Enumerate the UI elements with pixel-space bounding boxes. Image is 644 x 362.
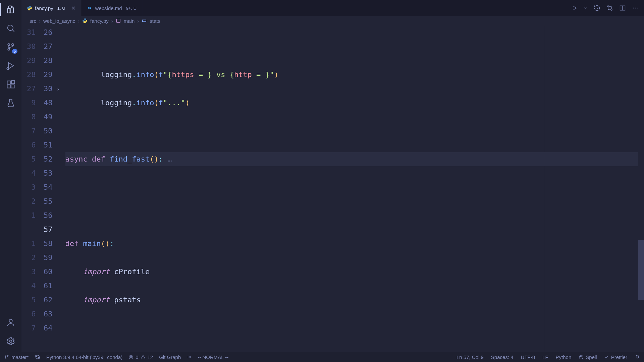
chevron-right-icon: › (137, 18, 139, 24)
editor-tabs: fancy.py 1, U webside.md 9+, U (21, 0, 644, 16)
svg-rect-6 (7, 85, 10, 88)
svg-rect-5 (7, 81, 10, 84)
fold-column: › (57, 25, 65, 352)
svg-point-26 (582, 356, 582, 357)
breadcrumb[interactable]: src › web_io_async › fancy.py › main › s… (21, 16, 644, 25)
tab-meta: 1, U (57, 6, 65, 11)
run-history-icon[interactable] (594, 5, 600, 11)
run-debug-icon[interactable] (5, 60, 16, 71)
svg-point-16 (637, 8, 638, 9)
status-spaces[interactable]: Spaces: 4 (491, 354, 514, 360)
gutter-absolute: 2627282930484950515253545556575859606162… (39, 25, 57, 352)
status-sync-icon[interactable] (35, 354, 40, 360)
svg-rect-8 (11, 80, 14, 83)
status-live-icon[interactable] (187, 355, 192, 359)
status-language[interactable]: Python (556, 354, 572, 360)
svg-point-11 (607, 6, 609, 7)
status-spell[interactable]: Spell (579, 354, 597, 360)
status-bell-icon[interactable] (635, 354, 640, 360)
status-bar: master* Python 3.9.4 64-bit ('py39': con… (0, 352, 644, 362)
run-icon[interactable] (572, 5, 578, 11)
tab-label: fancy.py (35, 5, 53, 11)
svg-rect-17 (116, 19, 120, 23)
code-content[interactable]: logging.info(f"{https = } vs {http = }")… (65, 25, 638, 352)
code-editor[interactable]: 31302928279876543211234567 2627282930484… (21, 25, 644, 352)
svg-point-15 (635, 8, 636, 9)
tab-label: webside.md (95, 5, 122, 11)
split-editor-icon[interactable] (619, 5, 626, 11)
status-python[interactable]: Python 3.9.4 64-bit ('py39': conda) (46, 354, 123, 360)
diff-icon[interactable] (606, 5, 613, 11)
tab-meta: 9+, U (126, 6, 137, 11)
status-branch[interactable]: master* (4, 354, 29, 360)
svg-rect-18 (143, 20, 146, 21)
python-file-icon (82, 18, 88, 23)
chevron-right-icon: › (78, 18, 79, 24)
testing-icon[interactable] (5, 98, 16, 109)
status-position[interactable]: Ln 57, Col 9 (457, 354, 484, 360)
svg-point-0 (8, 25, 13, 31)
fold-icon[interactable]: › (57, 86, 60, 93)
close-icon[interactable] (71, 5, 76, 11)
activity-bar: 5 (0, 0, 21, 352)
breadcrumb-item[interactable]: web_io_async (43, 18, 75, 24)
account-icon[interactable] (5, 317, 16, 328)
status-problems[interactable]: 0 12 (128, 354, 153, 360)
chevron-down-icon[interactable] (584, 6, 588, 10)
status-encoding[interactable]: UTF-8 (521, 354, 535, 360)
scm-badge: 5 (12, 49, 17, 54)
chevron-right-icon: › (111, 18, 113, 24)
minimap[interactable] (638, 25, 644, 352)
breadcrumb-item[interactable]: main (124, 18, 135, 24)
svg-point-14 (633, 8, 634, 9)
tab-webside-md[interactable]: webside.md 9+, U (82, 0, 142, 16)
status-eol[interactable]: LF (542, 354, 548, 360)
svg-point-21 (5, 358, 6, 359)
chevron-right-icon: › (39, 18, 41, 24)
status-prettier[interactable]: Prettier (604, 354, 627, 360)
search-icon[interactable] (5, 23, 16, 34)
extensions-icon[interactable] (5, 79, 16, 90)
status-gitgraph[interactable]: Git Graph (159, 354, 181, 360)
status-vim-mode: -- NORMAL -- (198, 354, 228, 360)
svg-point-24 (579, 355, 583, 359)
explorer-icon[interactable] (5, 4, 16, 15)
symbol-function-icon (116, 18, 121, 23)
svg-point-9 (9, 319, 12, 322)
gutter-relative: 31302928279876543211234567 (21, 25, 39, 352)
minimap-thumb[interactable] (638, 240, 644, 300)
symbol-variable-icon (142, 18, 147, 23)
svg-point-1 (12, 44, 14, 46)
svg-point-12 (611, 9, 612, 10)
svg-point-10 (10, 340, 12, 343)
svg-rect-7 (11, 85, 14, 88)
tab-fancy-py[interactable]: fancy.py 1, U (21, 0, 82, 16)
breadcrumb-item[interactable]: fancy.py (90, 18, 109, 24)
breadcrumb-item[interactable]: stats (150, 18, 160, 24)
svg-point-23 (189, 357, 190, 357)
breadcrumb-item[interactable]: src (30, 18, 36, 24)
settings-gear-icon[interactable] (5, 336, 16, 347)
svg-point-25 (580, 356, 581, 357)
more-icon[interactable] (632, 5, 639, 11)
source-control-icon[interactable]: 5 (5, 42, 16, 52)
svg-point-19 (7, 355, 8, 356)
svg-point-2 (8, 44, 10, 46)
markdown-file-icon (87, 5, 93, 11)
python-file-icon (27, 5, 32, 11)
svg-point-20 (5, 355, 6, 356)
